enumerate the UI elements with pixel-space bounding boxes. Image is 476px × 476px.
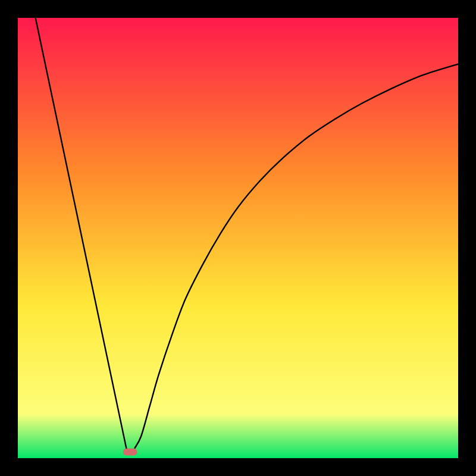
- chart-plot-area: [18, 18, 458, 458]
- gradient-background: [18, 18, 458, 458]
- watermark-text: TheBottleneck.com: [356, 2, 470, 18]
- min-marker: [123, 449, 137, 456]
- chart-svg: [18, 18, 458, 458]
- chart-stage: TheBottleneck.com: [0, 0, 476, 476]
